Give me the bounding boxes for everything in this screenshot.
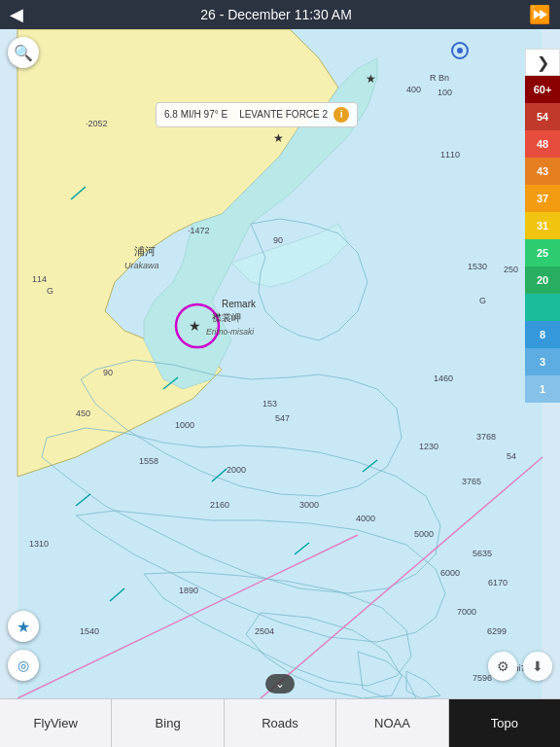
wind-scale-item-1[interactable]: 1 <box>525 375 560 403</box>
wind-scale-item-8[interactable] <box>525 294 560 321</box>
svg-text:4000: 4000 <box>356 514 375 523</box>
wind-scale-item-48[interactable]: 48 <box>525 130 560 158</box>
svg-text:·2052: ·2052 <box>86 119 108 128</box>
tab-bing[interactable]: Bing <box>112 699 224 747</box>
tab-roads[interactable]: Roads <box>225 699 336 747</box>
wind-speed-direction: 6.8 MI/H 97° E <box>164 108 228 122</box>
svg-text:6000: 6000 <box>440 568 460 578</box>
svg-text:250: 250 <box>504 265 518 274</box>
tab-topo[interactable]: Topo <box>449 699 560 747</box>
svg-text:★: ★ <box>366 72 376 86</box>
info-icon[interactable]: i <box>333 107 349 123</box>
svg-text:2504: 2504 <box>255 626 274 636</box>
svg-text:Erimo-misaki: Erimo-misaki <box>206 327 255 337</box>
tab-flyview[interactable]: FlyView <box>0 699 112 747</box>
location-icon: ◎ <box>18 658 29 673</box>
gear-icon: ⚙ <box>497 658 509 674</box>
svg-text:153: 153 <box>262 399 277 409</box>
svg-text:90: 90 <box>273 235 283 245</box>
svg-text:1310: 1310 <box>29 539 49 549</box>
svg-text:3765: 3765 <box>462 477 481 486</box>
chevron-down-icon: ⌄ <box>275 677 285 691</box>
wind-scale-item-60+[interactable]: 60+ <box>525 76 560 103</box>
bottom-bar: FlyView Bing Roads NOAA Topo <box>0 698 560 747</box>
svg-point-8 <box>457 48 463 53</box>
location-button[interactable]: ◎ <box>8 650 39 681</box>
svg-text:·1472: ·1472 <box>188 226 210 235</box>
settings-button[interactable]: ⚙ <box>488 652 517 681</box>
top-bar: ◀ 26 - December 11:30 AM ⏩ <box>0 0 560 29</box>
wind-scale-item-54[interactable]: 54 <box>525 103 560 130</box>
download-icon: ⬇ <box>532 658 543 674</box>
svg-text:547: 547 <box>275 413 290 423</box>
svg-text:90: 90 <box>103 368 113 377</box>
svg-text:襟裳岬: 襟裳岬 <box>212 312 241 323</box>
svg-text:G: G <box>479 296 486 305</box>
wind-scale-item-37[interactable]: 37 <box>525 185 560 212</box>
wind-condition: LEVANTE FORCE 2 <box>239 108 328 122</box>
favorites-button[interactable]: ★ <box>8 611 39 642</box>
svg-text:R Bn: R Bn <box>430 73 449 83</box>
svg-text:450: 450 <box>76 409 90 418</box>
svg-text:114: 114 <box>32 274 47 284</box>
wind-scale-item-43[interactable]: 43 <box>525 158 560 185</box>
svg-text:3768: 3768 <box>476 432 496 442</box>
wind-scale-item-3[interactable]: 3 <box>525 348 560 375</box>
svg-text:G: G <box>47 286 53 296</box>
svg-text:400: 400 <box>406 85 421 94</box>
wind-scale-item-31[interactable]: 31 <box>525 212 560 239</box>
svg-text:6170: 6170 <box>488 578 508 587</box>
map-container[interactable]: ★ ★ ★ ·2052 ·1472 浦河 Urakawa 114 G Remar… <box>0 29 560 698</box>
wind-scale-arrow-up[interactable]: ❯ <box>525 49 560 76</box>
wind-scale-item-8[interactable]: 8 <box>525 321 560 348</box>
wind-info-box: 6.8 MI/H 97° E LEVANTE FORCE 2 i <box>156 102 358 127</box>
forward-button[interactable]: ⏩ <box>529 4 550 25</box>
svg-text:1110: 1110 <box>440 150 460 160</box>
search-icon: 🔍 <box>14 44 33 62</box>
svg-text:1890: 1890 <box>179 586 198 595</box>
svg-text:7596: 7596 <box>472 673 492 683</box>
svg-text:★: ★ <box>273 131 284 145</box>
svg-text:3000: 3000 <box>299 500 319 510</box>
svg-text:浦河: 浦河 <box>134 245 156 257</box>
svg-text:Remark: Remark <box>222 299 257 309</box>
header-title: 26 - December 11:30 AM <box>200 7 352 22</box>
svg-text:1000: 1000 <box>175 420 194 430</box>
back-button[interactable]: ◀ <box>10 4 23 25</box>
svg-text:7000: 7000 <box>457 607 476 617</box>
svg-text:★: ★ <box>189 318 201 334</box>
svg-text:5635: 5635 <box>472 549 492 558</box>
wind-scale: ❯ 60+54484337312520831 <box>525 49 560 403</box>
svg-text:2000: 2000 <box>227 465 246 475</box>
wind-scale-item-20[interactable]: 20 <box>525 267 560 294</box>
svg-text:1558: 1558 <box>139 456 158 466</box>
svg-text:1540: 1540 <box>80 626 99 636</box>
star-icon: ★ <box>17 618 30 636</box>
svg-text:5000: 5000 <box>414 529 434 539</box>
svg-text:100: 100 <box>438 88 452 97</box>
svg-text:1530: 1530 <box>468 262 487 271</box>
tab-noaa[interactable]: NOAA <box>336 699 448 747</box>
wind-scale-item-25[interactable]: 25 <box>525 239 560 267</box>
svg-text:Urakawa: Urakawa <box>124 261 159 270</box>
search-button[interactable]: 🔍 <box>8 37 39 68</box>
svg-text:6299: 6299 <box>487 626 507 636</box>
map-collapse-chevron[interactable]: ⌄ <box>265 674 295 694</box>
download-button[interactable]: ⬇ <box>523 652 552 681</box>
svg-text:54: 54 <box>507 451 516 461</box>
svg-text:1230: 1230 <box>419 442 438 451</box>
svg-text:2160: 2160 <box>210 500 229 510</box>
svg-text:1460: 1460 <box>434 374 453 383</box>
